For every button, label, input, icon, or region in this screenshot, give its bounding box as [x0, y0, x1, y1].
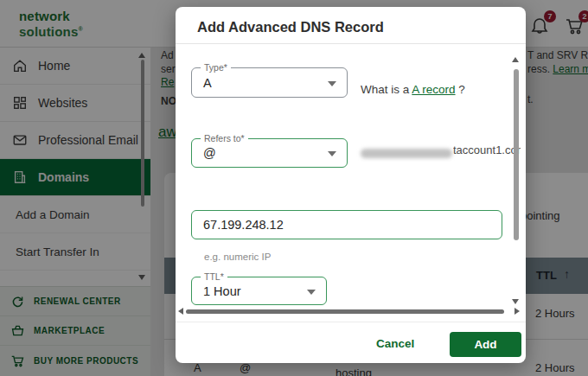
add-button[interactable]: Add [450, 332, 521, 357]
modal-scroll-right-icon[interactable] [514, 308, 520, 315]
ttl-label: TTL* [201, 271, 227, 282]
modal-vertical-scrollbar-thumb[interactable] [514, 69, 519, 240]
refers-to-selected-value: @ [203, 146, 216, 160]
chevron-down-icon [328, 81, 336, 86]
app-window: network solutions® 7 2 Home [0, 0, 588, 376]
ip-address-value: 67.199.248.12 [203, 218, 284, 232]
redacted-domain-blur [361, 149, 452, 158]
ttl-selected-value: 1 Hour [203, 284, 241, 298]
type-label: Type* [201, 62, 231, 73]
title-divider [176, 43, 526, 44]
modal-scroll-up-icon[interactable] [512, 57, 519, 62]
chevron-down-icon [307, 290, 316, 295]
modal-scroll-left-icon[interactable] [178, 308, 183, 315]
type-select[interactable]: Type* A [191, 67, 348, 98]
domain-suffix-text: taccount1.com [453, 143, 521, 158]
dialog-title: Add Advanced DNS Record [197, 19, 384, 35]
ip-address-input[interactable]: 67.199.248.12 [191, 210, 502, 239]
type-selected-value: A [203, 76, 212, 90]
refers-to-label: Refers to* [201, 133, 248, 143]
a-record-help-link[interactable]: A record [412, 83, 455, 96]
footer-divider [176, 322, 526, 322]
chevron-down-icon [328, 151, 336, 156]
ip-hint-text: e.g. numeric IP [204, 252, 271, 262]
cancel-button[interactable]: Cancel [371, 334, 419, 353]
modal-scroll-down-icon[interactable] [512, 299, 519, 304]
refers-to-select[interactable]: Refers to* @ [191, 138, 348, 168]
record-help-text: What is a A record ? [361, 83, 465, 96]
ttl-select[interactable]: TTL* 1 Hour [191, 277, 327, 305]
modal-horizontal-scrollbar-thumb[interactable] [186, 309, 504, 314]
add-advanced-dns-record-dialog: Add Advanced DNS Record Type* A What is … [176, 7, 526, 363]
